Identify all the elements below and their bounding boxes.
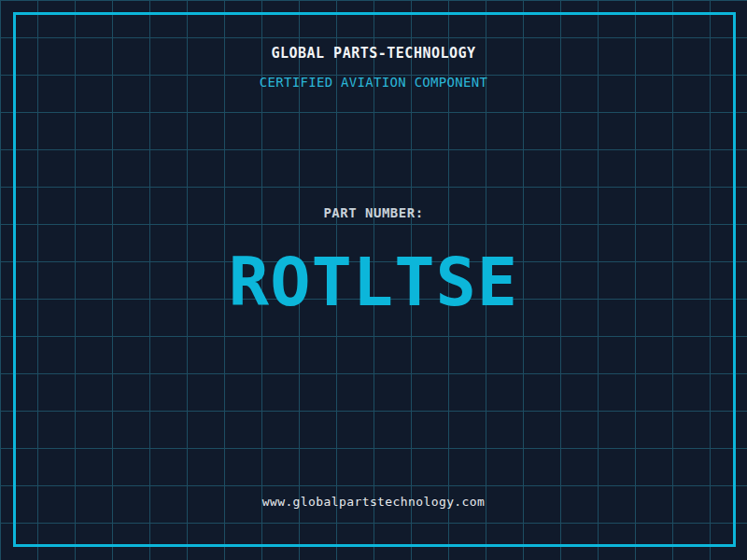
part-number-value: ROTLTSE [0,248,747,315]
company-name: GLOBAL PARTS-TECHNOLOGY [0,46,747,61]
part-number-label: PART NUMBER: [0,206,747,219]
website-url: www.globalpartstechnology.com [0,496,747,509]
part-label-screen: GLOBAL PARTS-TECHNOLOGY CERTIFIED AVIATI… [0,0,747,560]
certification-subtitle: CERTIFIED AVIATION COMPONENT [0,76,747,89]
